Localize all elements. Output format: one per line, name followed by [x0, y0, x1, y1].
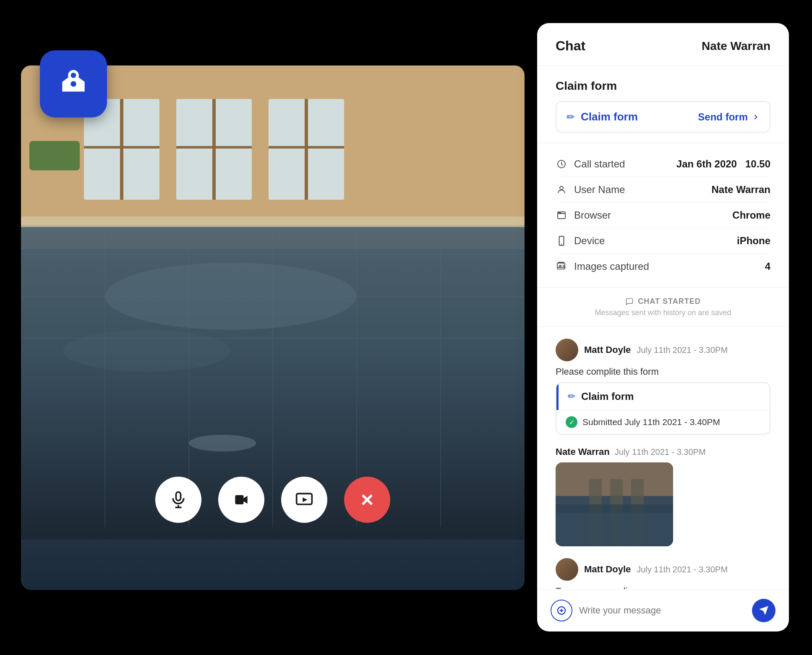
message-input[interactable] [579, 605, 745, 616]
send-message-button[interactable] [752, 599, 775, 622]
images-label: Images captured [574, 261, 649, 272]
video-controls [155, 477, 390, 523]
message-group-matt-1: Matt Doyle July 11th 2021 - 3.30PM Pleas… [556, 339, 770, 435]
browser-value: Chrome [732, 209, 770, 221]
username-label: User Name [574, 184, 625, 196]
sender-matt: Matt Doyle [584, 344, 631, 355]
chat-claim-header: ✏ Claim form [556, 383, 770, 410]
pencil-icon: ✏ [567, 111, 575, 123]
message-group-nate: Nate Warran July 11th 2021 - 3.30PM [556, 446, 770, 546]
info-row-images: Images captured 4 [556, 254, 770, 279]
camera-button[interactable] [218, 477, 264, 523]
svg-rect-42 [558, 262, 564, 263]
microphone-button[interactable] [155, 477, 201, 523]
app-icon[interactable] [40, 50, 107, 117]
chat-started-sub: Messages sent with history on are saved [556, 308, 770, 317]
svg-rect-50 [556, 513, 673, 546]
message-sender-row-matt-1: Matt Doyle July 11th 2021 - 3.30PM [556, 339, 770, 361]
info-row-browser: Browser Chrome [556, 203, 770, 228]
call-started-label: Call started [574, 158, 625, 170]
claim-form-name: Claim form [581, 110, 638, 123]
chat-panel: Chat Nate Warran Claim form ✏ Claim form… [537, 23, 789, 632]
claim-form-row: ✏ Claim form Send form [556, 101, 770, 133]
info-row-device: Device iPhone [556, 228, 770, 254]
chat-claim-card: ✏ Claim form ✓ Submitted July 11th 2021 … [556, 382, 770, 435]
avatar-matt [556, 339, 578, 361]
video-frame [21, 65, 525, 590]
submitted-text: Submitted July 11th 2021 - 3.40PM [582, 417, 720, 427]
browser-label: Browser [574, 209, 611, 221]
submitted-check-icon: ✓ [566, 416, 577, 428]
message-time-matt-1: July 11th 2021 - 3.30PM [637, 345, 728, 355]
message-time-matt-2: July 11th 2021 - 3.30PM [637, 565, 728, 574]
svg-rect-10 [29, 141, 80, 170]
send-form-button[interactable]: Send form [698, 111, 760, 123]
avatar-matt-2 [556, 558, 578, 581]
claim-section-title: Claim form [556, 79, 770, 93]
call-started-value: Jan 6th 2020 10.50 [676, 158, 770, 170]
message-group-matt-2: Matt Doyle July 11th 2021 - 3.30PM Turn … [556, 558, 770, 589]
chat-started-banner: CHAT STARTED Messages sent with history … [537, 288, 789, 327]
add-attachment-button[interactable] [551, 600, 572, 621]
device-value: iPhone [737, 235, 770, 247]
message-time-nate: July 11th 2021 - 3.30PM [615, 447, 706, 457]
chat-claim-submitted: ✓ Submitted July 11th 2021 - 3.40PM [556, 410, 770, 434]
chat-started-label: CHAT STARTED [556, 297, 770, 306]
images-value: 4 [765, 261, 770, 272]
message-sender-row-matt-2: Matt Doyle July 11th 2021 - 3.30PM [556, 558, 770, 581]
info-section: Call started Jan 6th 2020 10.50 User Nam… [537, 143, 789, 288]
chat-image-thumbnail [556, 462, 673, 546]
avatar-image-matt [556, 339, 578, 361]
message-input-row [537, 589, 789, 632]
info-row-call-started: Call started Jan 6th 2020 10.50 [556, 151, 770, 177]
chat-pencil-icon: ✏ [568, 391, 575, 402]
clock-icon [556, 158, 567, 170]
call-time: 10.50 [745, 158, 770, 170]
screen-share-button[interactable] [281, 477, 327, 523]
sender-matt-2: Matt Doyle [584, 564, 631, 575]
device-icon [556, 235, 567, 247]
end-call-button[interactable] [344, 477, 390, 523]
message-text-matt-2: Turn on your audio [556, 586, 770, 589]
avatar-image-matt-2 [556, 558, 578, 581]
chat-user-name: Nate Warran [702, 39, 770, 53]
device-label: Device [574, 235, 605, 247]
browser-icon [556, 209, 567, 221]
message-text-matt-1: Please complite this form [556, 366, 770, 377]
user-icon [556, 184, 567, 196]
call-date: Jan 6th 2020 [676, 158, 737, 170]
svg-point-22 [189, 435, 256, 451]
messages-area[interactable]: Matt Doyle July 11th 2021 - 3.30PM Pleas… [537, 327, 789, 589]
svg-point-37 [559, 212, 560, 213]
chat-title: Chat [556, 38, 585, 54]
svg-rect-24 [176, 492, 181, 500]
svg-point-13 [63, 330, 231, 372]
svg-point-31 [71, 73, 76, 78]
sender-nate: Nate Warran [556, 446, 610, 457]
chat-header: Chat Nate Warran [537, 23, 789, 66]
svg-rect-23 [21, 217, 525, 227]
images-icon [556, 261, 567, 272]
send-form-label: Send form [698, 111, 748, 123]
claim-form-left: ✏ Claim form [567, 110, 638, 123]
info-row-username: User Name Nate Warran [556, 177, 770, 203]
svg-marker-28 [303, 497, 307, 502]
chat-claim-name: Claim form [581, 391, 634, 402]
username-value: Nate Warran [712, 184, 770, 196]
svg-point-34 [560, 186, 563, 190]
svg-point-43 [559, 265, 561, 267]
svg-point-38 [560, 212, 561, 213]
svg-point-32 [70, 81, 76, 86]
claim-form-section: Claim form ✏ Claim form Send form [537, 66, 789, 143]
nate-header-row: Nate Warran July 11th 2021 - 3.30PM [556, 446, 770, 457]
